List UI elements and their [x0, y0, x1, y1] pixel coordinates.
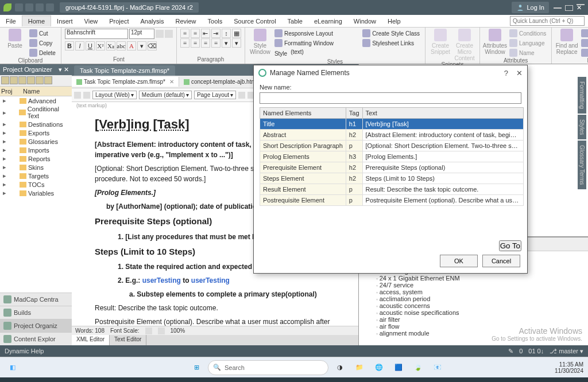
doc-tab[interactable]: Task Topic Template-zsm.flmsp* — [74, 65, 175, 76]
tree-item[interactable]: ▸Imports — [0, 146, 72, 154]
close-tab-icon[interactable]: ✕ — [169, 79, 174, 85]
create-micro-button[interactable]: Create Micro Content — [453, 29, 476, 61]
app-icon[interactable]: 🟦 — [390, 360, 407, 376]
copy-button[interactable]: Copy — [28, 38, 57, 48]
side-tab-glossary[interactable]: Glossary Terms — [578, 141, 586, 189]
close-button[interactable]: ✕ — [577, 4, 585, 5]
menu-project[interactable]: Project — [103, 16, 134, 26]
menu-review[interactable]: Review — [169, 16, 202, 26]
paste-button[interactable]: Paste — [3, 29, 26, 49]
new-name-input[interactable] — [260, 92, 521, 104]
text-editor-tab[interactable]: Text Editor — [110, 335, 146, 345]
menu-analysis[interactable]: Analysis — [135, 16, 170, 26]
align-justify-button[interactable]: ≡ — [211, 38, 220, 48]
align-center-button[interactable]: ≡ — [191, 38, 200, 48]
language-button[interactable]: Language — [508, 38, 548, 48]
table-row[interactable]: Prerequisite Elementh2Prerequisite Steps… — [260, 162, 524, 173]
quick-replace-button[interactable]: Quick Replace — [579, 38, 588, 48]
line-spacing-button[interactable]: ↕ — [222, 29, 231, 38]
explorer-icon[interactable]: 📁 — [351, 360, 368, 376]
table-row[interactable]: Result ElementpResult: Describe the task… — [260, 184, 524, 195]
quick-find-button[interactable]: Quick Find — [579, 29, 588, 38]
strike-button[interactable]: abc — [117, 41, 126, 50]
dialog-close-button[interactable]: ✕ — [516, 69, 523, 77]
find-results-button[interactable]: Find Results — [579, 48, 588, 57]
menu-view[interactable]: View — [79, 16, 104, 26]
name-button[interactable]: Name — [508, 48, 548, 57]
table-row[interactable]: Titleh1[Verb]ing [Task] — [260, 119, 524, 130]
menu-file[interactable]: File — [0, 16, 22, 26]
italic-button[interactable]: I — [75, 41, 84, 50]
tree-item[interactable]: ▸Advanced — [0, 96, 72, 105]
conditions-button[interactable]: Conditions — [508, 29, 548, 38]
named-elements-table[interactable]: Named Elements Tag Text Titleh1[Verb]ing… — [260, 107, 524, 206]
tree-item[interactable]: ▸Skins — [0, 163, 72, 171]
index-item[interactable]: ◦ access, system — [376, 289, 583, 295]
issues-count[interactable]: 0 — [519, 348, 523, 354]
font-family-select[interactable]: Bahnschrift — [65, 29, 128, 39]
align-left-button[interactable]: ≡ — [180, 38, 189, 48]
start-button[interactable]: ⊞ — [188, 360, 204, 376]
qa-btn[interactable] — [25, 3, 33, 11]
quick-launch-input[interactable] — [510, 16, 585, 26]
style-window-button[interactable]: Style Window — [249, 29, 272, 55]
table-row[interactable]: Postrequisite ElementpPostrequisite Elem… — [260, 195, 524, 206]
menu-help[interactable]: Help — [382, 16, 407, 26]
font-shrink-icon[interactable] — [165, 30, 173, 38]
zoom-fit-icon[interactable] — [158, 328, 165, 334]
sync-count[interactable]: 01 0↓ — [528, 348, 544, 354]
indent-in-button[interactable]: ⇥ — [211, 29, 220, 38]
tool-icon[interactable] — [83, 92, 90, 99]
cancel-button[interactable]: Cancel — [482, 255, 520, 267]
layout-dropdown[interactable]: Layout (Web) ▾ — [92, 91, 137, 99]
widgets-icon[interactable]: ◧ — [5, 360, 21, 376]
dialog-header[interactable]: Manage Named Elements ?✕ — [254, 65, 527, 80]
menu-insert[interactable]: Insert — [51, 16, 79, 26]
align-right-button[interactable]: ≡ — [201, 38, 210, 48]
side-tab-styles[interactable]: Styles — [578, 115, 586, 139]
table-row[interactable]: Abstracth2[Abstract Element: introductor… — [260, 130, 524, 141]
index-item[interactable]: ◦ air filter — [376, 316, 583, 323]
create-snippet-button[interactable]: Create Snippet — [429, 29, 452, 55]
medium-dropdown[interactable]: Medium (default) ▾ — [139, 91, 192, 99]
index-item[interactable]: ◦ 24/7 service — [376, 282, 583, 289]
table-row[interactable]: Prolog Elementsh3[Prolog Elements.] — [260, 151, 524, 162]
branch[interactable]: ⎇ master ▾ — [550, 348, 583, 355]
acc-project-organizer[interactable]: Project Organiz — [0, 319, 72, 332]
border-button[interactable]: ▦ — [232, 29, 241, 38]
qa-btn[interactable] — [36, 3, 44, 11]
underline-button[interactable]: U — [86, 41, 95, 50]
dynamic-help[interactable]: Dynamic Help — [5, 348, 44, 354]
menu-table[interactable]: Table — [282, 16, 308, 26]
table-row[interactable]: Short Description Paragraphp[Optional: S… — [260, 141, 524, 151]
sub-button[interactable]: X₂ — [106, 41, 115, 50]
tree-item[interactable]: ▸Reports — [0, 154, 72, 163]
tree-item[interactable]: ▸Glossaries — [0, 137, 72, 146]
tool-icon[interactable] — [74, 92, 81, 99]
menu-tools[interactable]: Tools — [202, 16, 229, 26]
side-tab-formatting[interactable]: Formatting — [578, 77, 586, 114]
tree-item[interactable]: ▸Variables — [0, 189, 72, 197]
menu-elearning[interactable]: eLearning — [308, 16, 348, 26]
taskbar-search[interactable]: 🔍Search — [208, 360, 328, 375]
xml-editor-tab[interactable]: XML Editor — [72, 335, 110, 345]
acc-content-explorer[interactable]: Content Explor — [0, 332, 72, 345]
bullet-button[interactable]: ≡ — [180, 29, 189, 38]
responsive-layout-button[interactable]: Responsive Layout — [273, 29, 359, 38]
shading-button[interactable]: ▾ — [222, 38, 231, 48]
flare-icon[interactable]: 🍃 — [410, 360, 426, 376]
create-style-class-button[interactable]: Create Style Class — [361, 29, 421, 38]
tree-item[interactable]: ▸Targets — [0, 171, 72, 180]
index-item[interactable]: ◦ acoustic noise specifications — [376, 309, 583, 316]
tree-item[interactable]: ▸Exports — [0, 128, 72, 137]
font-size-select[interactable]: 12pt — [129, 29, 154, 39]
outlook-icon[interactable]: 📧 — [430, 360, 446, 376]
delete-button[interactable]: Delete — [28, 48, 57, 57]
tree-item[interactable]: ▸Destinations — [0, 120, 72, 128]
index-item[interactable]: ◦ 24 x 1 Gigabit Ethernet ENM — [376, 275, 583, 282]
cut-button[interactable]: Cut — [28, 29, 57, 38]
zoom-out-icon[interactable] — [145, 328, 152, 334]
table-row[interactable]: Steps Elementh2Steps (Limit to 10 Steps) — [260, 173, 524, 184]
bold-button[interactable]: B — [65, 41, 74, 50]
menu-home[interactable]: Home — [22, 15, 51, 26]
